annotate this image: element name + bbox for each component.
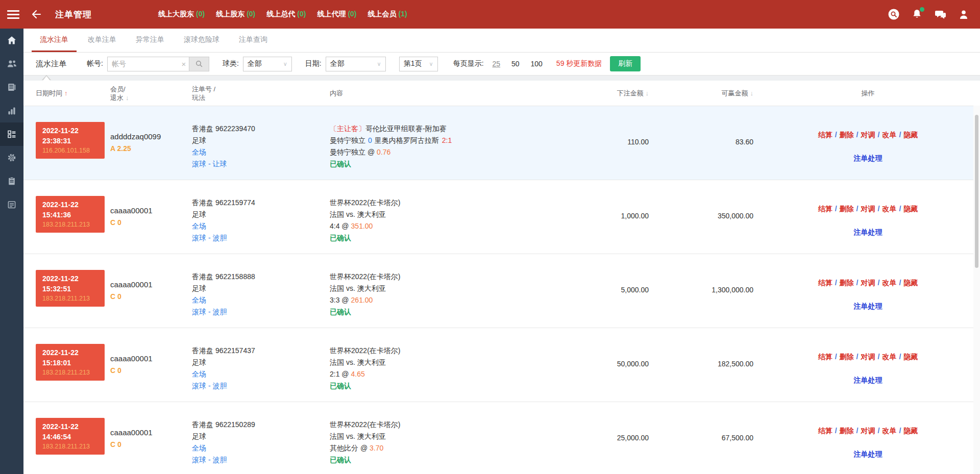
col-header-member[interactable]: 会员/退水↓ — [110, 85, 192, 102]
cell-date: 2022-11-22 15:32:51 183.218.211.213 — [36, 254, 110, 328]
delete-link[interactable]: 删除 — [840, 205, 854, 213]
swap-link[interactable]: 对调 — [861, 279, 875, 287]
modify-link[interactable]: 改单 — [882, 279, 896, 287]
process-order-link[interactable]: 注单处理 — [854, 228, 883, 237]
bet-scope-link[interactable]: 全场 — [192, 444, 206, 452]
settle-link[interactable]: 结算 — [818, 205, 832, 213]
col-header-bet-amount[interactable]: 下注金额↓ — [544, 89, 651, 98]
top-nav-item[interactable]: 线上会员(1) — [368, 10, 407, 19]
bet-play-link[interactable]: 滚球 - 波胆 — [192, 308, 227, 316]
chat-icon[interactable] — [935, 9, 946, 20]
bet-number: 香港盘 9622150289 — [192, 419, 330, 431]
top-nav-item[interactable]: 线上代理(0) — [317, 10, 356, 19]
bet-date: 2022-11-22 — [42, 273, 105, 284]
date-select-value: 全部 — [330, 59, 345, 68]
search-circle-icon[interactable] — [888, 9, 899, 20]
bell-icon[interactable] — [912, 9, 922, 20]
gear-icon — [7, 153, 17, 163]
page-size-option[interactable]: 50 — [511, 60, 520, 68]
hide-link[interactable]: 隐藏 — [903, 279, 918, 287]
page-select[interactable]: 第1页 ∨ — [399, 57, 438, 71]
back-icon[interactable] — [31, 9, 42, 20]
menu-icon[interactable] — [7, 8, 19, 21]
settle-link[interactable]: 结算 — [818, 131, 832, 139]
col-header-bet[interactable]: 注单号 /玩法 — [192, 85, 330, 102]
page-size-option[interactable]: 25 — [493, 60, 501, 68]
process-order-link[interactable]: 注单处理 — [854, 302, 883, 311]
league-name: 世界杯2022(在卡塔尔) — [330, 420, 400, 429]
bet-play-link[interactable]: 滚球 - 让球 — [192, 160, 227, 168]
modify-link[interactable]: 改单 — [882, 131, 896, 139]
delete-link[interactable]: 删除 — [840, 279, 854, 287]
top-nav-item[interactable]: 线上总代(0) — [266, 10, 306, 19]
sidebar-item-home[interactable] — [0, 29, 23, 52]
pick-text: 其他比分 @ — [330, 444, 368, 452]
bet-time: 14:46:54 — [42, 432, 105, 442]
sidebar-item-cards[interactable] — [0, 193, 23, 216]
tab-label: 滚球危险球 — [184, 35, 219, 44]
sport-select[interactable]: 全部 ∨ — [243, 57, 292, 71]
bet-scope-link[interactable]: 全场 — [192, 222, 206, 230]
delete-link[interactable]: 删除 — [840, 353, 854, 361]
swap-link[interactable]: 对调 — [861, 353, 875, 361]
bet-play-link[interactable]: 滚球 - 波胆 — [192, 234, 227, 242]
clear-icon[interactable]: × — [179, 60, 189, 68]
tab[interactable]: 异常注单 — [128, 29, 173, 52]
tab[interactable]: 滚球危险球 — [176, 29, 228, 52]
sidebar-item-settings[interactable] — [0, 146, 23, 169]
sort-desc-icon: ↓ — [646, 89, 649, 97]
bet-time: 15:41:36 — [42, 210, 105, 220]
top-nav-item[interactable]: 线上股东(0) — [216, 10, 255, 19]
sidebar-item-members[interactable] — [0, 52, 23, 76]
search-button[interactable] — [189, 57, 209, 71]
col-header-date[interactable]: 日期时间↑ — [36, 89, 110, 98]
hide-link[interactable]: 隐藏 — [903, 205, 918, 213]
cell-actions: 结算/删除/对调/改单/隐藏 注单处理 — [756, 106, 980, 180]
cell-bet-amount: 1,000.00 — [544, 180, 651, 254]
swap-link[interactable]: 对调 — [861, 427, 875, 435]
delete-link[interactable]: 删除 — [840, 131, 854, 139]
delete-link[interactable]: 删除 — [840, 427, 854, 435]
tab[interactable]: 流水注单 — [32, 29, 77, 52]
bet-ip: 183.218.211.213 — [42, 442, 105, 452]
hide-link[interactable]: 隐藏 — [903, 131, 918, 139]
sidebar-item-reports[interactable] — [0, 76, 23, 99]
bet-play-link[interactable]: 滚球 - 波胆 — [192, 382, 227, 390]
account-input[interactable] — [107, 57, 189, 71]
sidebar-item-stats[interactable] — [0, 99, 23, 122]
process-order-link[interactable]: 注单处理 — [854, 154, 883, 163]
swap-link[interactable]: 对调 — [861, 205, 875, 213]
top-nav-item[interactable]: 线上大股东(0) — [158, 10, 205, 19]
modify-link[interactable]: 改单 — [882, 205, 896, 213]
page-size-option[interactable]: 100 — [531, 60, 543, 68]
bet-ip: 183.218.211.213 — [42, 220, 105, 230]
settle-link[interactable]: 结算 — [818, 427, 832, 435]
user-icon[interactable] — [959, 9, 969, 20]
member-rebate: C 0 — [110, 365, 192, 376]
sidebar-item-logs[interactable] — [0, 169, 23, 193]
process-order-link[interactable]: 注单处理 — [854, 450, 883, 459]
settle-link[interactable]: 结算 — [818, 353, 832, 361]
hide-link[interactable]: 隐藏 — [903, 427, 918, 435]
modify-link[interactable]: 改单 — [882, 353, 896, 361]
process-order-link[interactable]: 注单处理 — [854, 376, 883, 385]
refresh-button[interactable]: 刷新 — [610, 56, 641, 71]
hide-link[interactable]: 隐藏 — [903, 353, 918, 361]
bet-scope-link[interactable]: 全场 — [192, 148, 206, 156]
users-icon — [7, 59, 17, 69]
bet-scope-link[interactable]: 全场 — [192, 370, 206, 378]
status-badge: 已确认 — [330, 232, 544, 244]
settle-link[interactable]: 结算 — [818, 279, 832, 287]
bet-scope-link[interactable]: 全场 — [192, 296, 206, 304]
tab[interactable]: 改单注单 — [80, 29, 125, 52]
col-header-win-amount[interactable]: 可赢金额↓ — [651, 89, 756, 98]
swap-link[interactable]: 对调 — [861, 131, 875, 139]
sidebar-item-orders[interactable] — [0, 122, 23, 146]
odds-value: 351.00 — [351, 222, 373, 230]
modify-link[interactable]: 改单 — [882, 427, 896, 435]
top-nav-count: (0) — [196, 10, 205, 18]
scrollbar-thumb[interactable] — [975, 115, 978, 268]
bet-play-link[interactable]: 滚球 - 波胆 — [192, 456, 227, 464]
date-select[interactable]: 全部 ∨ — [326, 57, 386, 71]
tab[interactable]: 注单查询 — [231, 29, 276, 52]
